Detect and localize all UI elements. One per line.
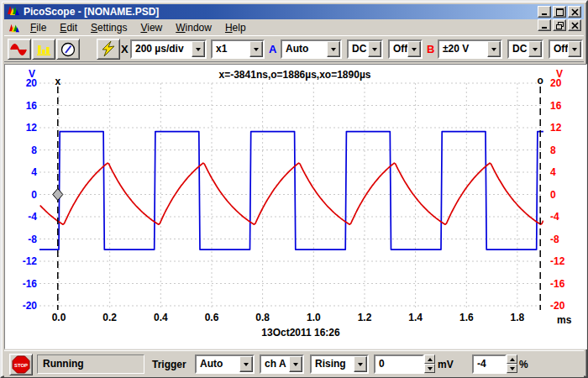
x-axis-tick-label: 0.2: [102, 312, 117, 323]
x-axis-unit-label: ms: [557, 314, 572, 326]
trigger-source-select[interactable]: ch A: [260, 354, 304, 374]
pretrigger-stepper: [507, 354, 517, 374]
threshold-down-button[interactable]: [424, 364, 435, 373]
trigger-direction-arrow-icon[interactable]: [354, 356, 367, 372]
trigger-source-arrow-icon[interactable]: [289, 356, 302, 372]
menu-bar: FileEditSettingsViewWindowHelp: [4, 19, 584, 35]
child-restore-button[interactable]: [553, 19, 566, 31]
channel-a-mode-value: Off: [393, 43, 407, 55]
pretrigger-value: -4: [477, 358, 486, 370]
signal-generator-button[interactable]: [97, 39, 120, 60]
channel-b-mode-select[interactable]: Off: [549, 39, 583, 59]
trigger-direction-select[interactable]: Rising: [310, 354, 369, 374]
trigger-threshold-input[interactable]: 0: [374, 354, 424, 374]
lightning-icon: [100, 41, 117, 57]
o-cursor-marker[interactable]: o: [538, 75, 543, 87]
bar-spectrum-icon: [35, 43, 52, 56]
trigger-mode-value: Auto: [200, 358, 223, 370]
pretrigger-up-button[interactable]: [507, 354, 517, 364]
child-minimize-button[interactable]: [538, 19, 551, 31]
traces: [39, 132, 543, 250]
menu-item-view[interactable]: View: [134, 20, 169, 35]
right-axis-tick-label: 0: [550, 189, 556, 201]
document-logo-icon: [8, 23, 20, 33]
channel-a-coupling-value: DC: [352, 43, 366, 55]
threshold-stepper: [424, 354, 435, 374]
close-button[interactable]: [568, 6, 581, 18]
x-axis-tick-label: 1.6: [459, 312, 474, 323]
channel-b-mode-value: Off: [554, 43, 568, 55]
channel-b-range-arrow-icon[interactable]: [487, 41, 501, 57]
trigger-marker-diamond[interactable]: [53, 189, 63, 201]
channel-a-mode-arrow-icon[interactable]: [407, 41, 421, 57]
right-axis-tick-label: 4: [550, 166, 556, 178]
x-axis-tick-label: 0.6: [205, 312, 219, 323]
right-axis-tick-label: -20: [550, 300, 565, 312]
cursor-readout: x=-3841ns,o=1886µs,xo=1890µs: [219, 69, 371, 81]
left-axis-tick-label: 12: [26, 122, 38, 134]
channel-b-range-select[interactable]: ±20 V: [438, 39, 502, 59]
minimize-button[interactable]: [538, 6, 551, 18]
menu-item-settings[interactable]: Settings: [84, 20, 134, 35]
left-axis-tick-label: -8: [28, 234, 37, 245]
title-bar[interactable]: PicoScope - [NONAME.PSD]: [4, 4, 584, 19]
x-axis-tick-label: 0.4: [154, 312, 168, 323]
gauge-icon: [60, 42, 76, 57]
multiplier-select[interactable]: x1: [211, 39, 265, 59]
pretrigger-unit-label: %: [519, 359, 528, 370]
child-close-icon: [572, 23, 578, 29]
timebase-dropdown-arrow-icon[interactable]: [192, 41, 205, 57]
maximize-button[interactable]: [553, 6, 566, 18]
right-axis-tick-label: -4: [550, 211, 559, 223]
child-close-button[interactable]: [568, 19, 581, 31]
child-minimize-icon: [542, 27, 547, 29]
channel-a-trace: [39, 132, 543, 250]
trigger-direction-value: Rising: [315, 358, 346, 370]
pretrigger-down-button[interactable]: [507, 364, 517, 373]
left-axis-tick-label: -12: [23, 255, 38, 267]
threshold-up-button[interactable]: [424, 354, 435, 364]
picoscope-logo-icon: [7, 4, 20, 19]
multiplier-dropdown-arrow-icon[interactable]: [249, 41, 263, 57]
x-axis-tick-label: 1.2: [358, 312, 372, 323]
spectrum-view-button[interactable]: [32, 39, 55, 60]
timebase-select[interactable]: 200 µs/div: [130, 39, 207, 59]
channel-b-coupling-select[interactable]: DC: [507, 39, 543, 59]
timebase-value: 200 µs/div: [135, 43, 184, 55]
grid-lines: [39, 83, 543, 310]
channel-b-range-value: ±20 V: [443, 43, 469, 55]
x-axis-tick-label: 1.4: [408, 312, 423, 323]
trigger-mode-arrow-icon[interactable]: [239, 356, 253, 372]
stop-button[interactable]: STOP: [9, 354, 33, 375]
x-axis-tick-label: 0.0: [52, 312, 66, 323]
menu-items: FileEditSettingsViewWindowHelp: [24, 22, 253, 34]
channel-b-label: B: [427, 43, 434, 55]
x-axis-tick-label: 0.8: [255, 312, 270, 323]
left-axis-tick-label: 8: [31, 144, 37, 156]
right-axis-tick-label: 16: [550, 100, 562, 112]
channel-a-coupling-select[interactable]: DC: [347, 39, 383, 59]
channel-b-mode-arrow-icon[interactable]: [568, 41, 581, 57]
menu-item-window[interactable]: Window: [169, 20, 218, 35]
close-icon: [572, 9, 578, 15]
meter-view-button[interactable]: [56, 39, 80, 60]
picoscope-window: PicoScope - [NONAME.PSD] FileEditSetting…: [0, 0, 588, 378]
scope-plot: 0.00.20.40.60.81.01.21.41.61.8201612840-…: [5, 65, 586, 349]
channel-a-label: A: [269, 43, 276, 55]
scope-view-button[interactable]: [8, 39, 31, 60]
scope-display: 0.00.20.40.60.81.01.21.41.61.8201612840-…: [4, 64, 587, 349]
right-axis-unit-label: V: [556, 68, 563, 80]
menu-item-help[interactable]: Help: [218, 20, 253, 35]
timebase-axis-label: X: [121, 43, 129, 55]
threshold-unit-label: mV: [438, 359, 454, 370]
pretrigger-input[interactable]: -4: [472, 354, 507, 374]
channel-a-range-arrow-icon[interactable]: [327, 41, 340, 57]
channel-a-range-select[interactable]: Auto: [281, 39, 342, 59]
menu-item-edit[interactable]: Edit: [53, 20, 84, 35]
channel-a-coupling-arrow-icon[interactable]: [368, 41, 381, 57]
x-cursor-marker[interactable]: x: [55, 76, 60, 87]
menu-item-file[interactable]: File: [24, 20, 53, 35]
trigger-mode-select[interactable]: Auto: [195, 354, 255, 374]
channel-a-mode-select[interactable]: Off: [388, 39, 423, 59]
channel-b-coupling-arrow-icon[interactable]: [528, 41, 542, 57]
